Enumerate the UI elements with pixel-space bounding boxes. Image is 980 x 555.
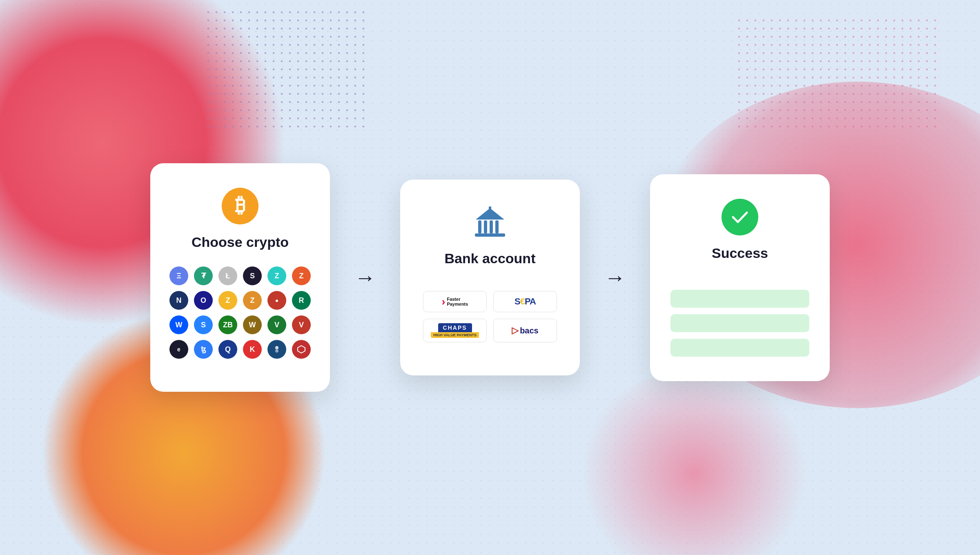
fp-text-block: Faster Payments (447, 297, 468, 306)
success-lines-container (670, 290, 809, 357)
crypto-qash[interactable]: Q (218, 340, 237, 359)
success-icon-container (722, 199, 758, 235)
crypto-rand[interactable]: R (292, 291, 311, 310)
crypto-zcash[interactable]: Z (218, 291, 237, 310)
fp-label-faster: Faster (447, 297, 468, 302)
sepa-e: € (520, 296, 525, 307)
svg-rect-4 (478, 220, 481, 233)
sepa-logo: S € PA (514, 296, 536, 307)
success-line-3 (670, 339, 809, 357)
arrow-1: → (354, 267, 376, 288)
crypto-litecoin[interactable]: Ł (218, 266, 237, 285)
crypto-zec2[interactable]: Z (243, 291, 262, 310)
crypto-egld[interactable]: e (169, 340, 188, 359)
bitcoin-symbol: ₿ (235, 195, 245, 215)
card-bank-account: Bank account › Faster Payments S € PA (400, 180, 580, 375)
bitcoin-icon-container: ₿ (222, 188, 258, 224)
crypto-waves[interactable]: W (169, 315, 188, 334)
card-success: Success (650, 174, 830, 381)
bacs-arrow: ▷ (512, 325, 519, 336)
bacs-badge[interactable]: ▷ bacs (493, 319, 557, 342)
chaps-badge[interactable]: CHAPS HIGH VALUE PAYMENTS (423, 319, 487, 342)
crypto-statera[interactable] (267, 340, 286, 359)
bacs-label: bacs (520, 326, 539, 335)
arrow-2: → (604, 267, 626, 288)
fp-label-payments: Payments (447, 302, 468, 306)
crypto-storj[interactable]: S (194, 315, 213, 334)
crypto-icons-grid: Ξ ₮ Ł S Z Z N O Z Z ● R W S ZB W V V e ꜩ… (169, 266, 311, 359)
crypto-vtho[interactable]: V (267, 315, 286, 334)
chaps-logo: CHAPS HIGH VALUE PAYMENTS (431, 323, 479, 338)
bank-card-title: Bank account (445, 251, 536, 266)
crypto-band[interactable]: ● (267, 291, 286, 310)
crypto-ocean[interactable]: O (194, 291, 213, 310)
crypto-vechain[interactable]: V (292, 315, 311, 334)
success-line-1 (670, 290, 809, 308)
sepa-badge[interactable]: S € PA (493, 291, 557, 312)
chaps-sublabel: HIGH VALUE PAYMENTS (431, 332, 479, 338)
bacs-logo: ▷ bacs (512, 325, 539, 336)
svg-rect-7 (495, 220, 499, 233)
bank-building-icon (472, 204, 508, 241)
checkmark-icon (730, 207, 750, 227)
faster-payments-badge[interactable]: › Faster Payments (423, 291, 487, 312)
crypto-zcash-alt[interactable]: Z (292, 266, 311, 285)
card-choose-crypto: ₿ Choose crypto Ξ ₮ Ł S Z Z N O Z Z ● R … (150, 163, 330, 392)
svg-marker-2 (298, 346, 305, 353)
svg-rect-9 (489, 206, 491, 209)
crypto-card-title: Choose crypto (192, 234, 289, 250)
crypto-zil[interactable]: Z (267, 266, 286, 285)
crypto-ethereum[interactable]: Ξ (169, 266, 188, 285)
svg-rect-6 (490, 220, 493, 233)
chaps-label: CHAPS (438, 323, 472, 332)
crypto-snx[interactable]: S (243, 266, 262, 285)
svg-point-1 (275, 349, 278, 353)
crypto-wrapped[interactable]: W (243, 315, 262, 334)
main-content: ₿ Choose crypto Ξ ₮ Ł S Z Z N O Z Z ● R … (0, 0, 980, 555)
svg-rect-8 (475, 233, 505, 237)
crypto-nexo[interactable]: N (169, 291, 188, 310)
crypto-hive[interactable] (292, 340, 311, 359)
sepa-pa: PA (525, 296, 536, 307)
bank-icon-container (472, 204, 508, 241)
crypto-tezos[interactable]: ꜩ (194, 340, 213, 359)
crypto-kava[interactable]: K (243, 340, 262, 359)
fp-chevron: › (442, 296, 445, 307)
crypto-tether[interactable]: ₮ (194, 266, 213, 285)
sepa-s: S (514, 296, 520, 307)
svg-rect-5 (484, 220, 487, 233)
success-card-title: Success (712, 245, 768, 261)
svg-point-0 (275, 346, 278, 349)
payment-methods-grid: › Faster Payments S € PA CHAPS (423, 291, 557, 342)
crypto-zb[interactable]: ZB (218, 315, 237, 334)
success-line-2 (670, 314, 809, 332)
faster-payments-logo: › Faster Payments (442, 296, 468, 307)
svg-marker-3 (476, 208, 504, 220)
